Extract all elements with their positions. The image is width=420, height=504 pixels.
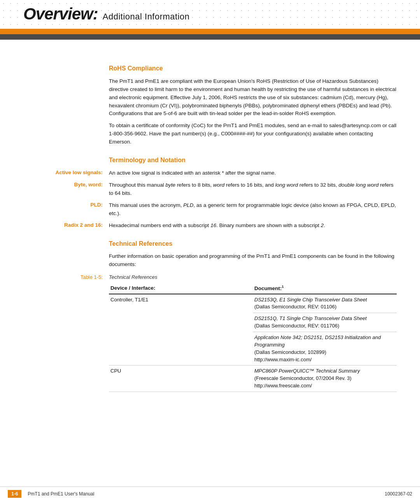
term-label-byte-word: Byte, word: — [23, 181, 109, 198]
header-subtitle: Additional Information — [103, 12, 190, 22]
rohs-section: RoHS Compliance The PmT1 and PmE1 are co… — [109, 64, 397, 146]
header-title-bar: Overview: Additional Information — [23, 5, 420, 23]
terminology-heading-wrapper: Terminology and Notation — [109, 156, 397, 165]
tech-ref-section: Technical References Further information… — [109, 239, 397, 269]
main-content: RoHS Compliance The PmT1 and PmE1 are co… — [0, 43, 420, 415]
table-caption-label: Table 1-5: — [23, 274, 109, 280]
footer-page-badge: 1-6 — [8, 490, 21, 498]
term-text-pld: This manual uses the acronym, PLD, as a … — [109, 201, 397, 218]
term-label-active-low: Active low signals: — [23, 169, 109, 177]
footer-doc-title: PmT1 and PmE1 User's Manual — [28, 491, 385, 497]
rohs-para2: To obtain a certificate of conformity (C… — [109, 122, 397, 146]
term-label-pld: PLD: — [23, 201, 109, 218]
tech-ref-heading: Technical References — [109, 239, 397, 249]
tech-ref-intro: Further information on basic operation a… — [109, 252, 397, 269]
term-row-byte-word: Byte, word: Throughout this manual byte … — [23, 181, 397, 198]
table-header-row: Device / Interface: Document:1 — [109, 282, 397, 294]
doc-cell-mpc860p: MPC860P PowerQUICC™ Technical Summary (F… — [253, 366, 397, 392]
doc-cell-appnote: Application Note 342; DS2151, DS2153 Ini… — [253, 332, 397, 366]
references-table: Device / Interface: Document:1 Controlle… — [109, 282, 397, 392]
orange-bar — [0, 29, 420, 34]
header-overview-label: Overview: — [23, 5, 98, 23]
term-text-byte-word: Throughout this manual byte refers to 8 … — [109, 181, 397, 198]
device-cell-controller: Controller, T1/E1 — [109, 294, 253, 366]
dark-bar — [0, 34, 420, 40]
col-document-header: Document:1 — [253, 282, 397, 294]
term-text-radix: Hexadecimal numbers end with a subscript… — [109, 222, 397, 230]
header: Overview: Additional Information — [0, 0, 420, 43]
term-row-radix: Radix 2 and 16: Hexadecimal numbers end … — [23, 222, 397, 230]
term-row-pld: PLD: This manual uses the acronym, PLD, … — [23, 201, 397, 218]
footer: 1-6 PmT1 and PmE1 User's Manual 10002367… — [0, 486, 420, 498]
terminology-heading: Terminology and Notation — [109, 156, 397, 165]
doc-cell-ds2151q: DS2151Q, T1 Single Chip Transceiver Data… — [253, 313, 397, 332]
term-label-radix: Radix 2 and 16: — [23, 222, 109, 230]
table-caption-text: Technical References — [109, 274, 158, 280]
table-caption-row: Table 1-5: Technical References — [23, 274, 397, 280]
term-row-active-low: Active low signals: An active low signal… — [23, 169, 397, 177]
table-row: CPU MPC860P PowerQUICC™ Technical Summar… — [109, 366, 397, 392]
doc-cell-ds2153q: DS2153Q, E1 Single Chip Transceiver Data… — [253, 294, 397, 313]
term-text-active-low: An active low signal is indicated with a… — [109, 169, 397, 177]
rohs-para1: The PmT1 and PmE1 are compliant with the… — [109, 77, 397, 118]
table-row: Controller, T1/E1 DS2153Q, E1 Single Chi… — [109, 294, 397, 313]
rohs-heading: RoHS Compliance — [109, 64, 397, 74]
col-device-header: Device / Interface: — [109, 282, 253, 294]
device-cell-cpu: CPU — [109, 366, 253, 392]
footer-doc-number: 10002367-02 — [385, 491, 412, 497]
